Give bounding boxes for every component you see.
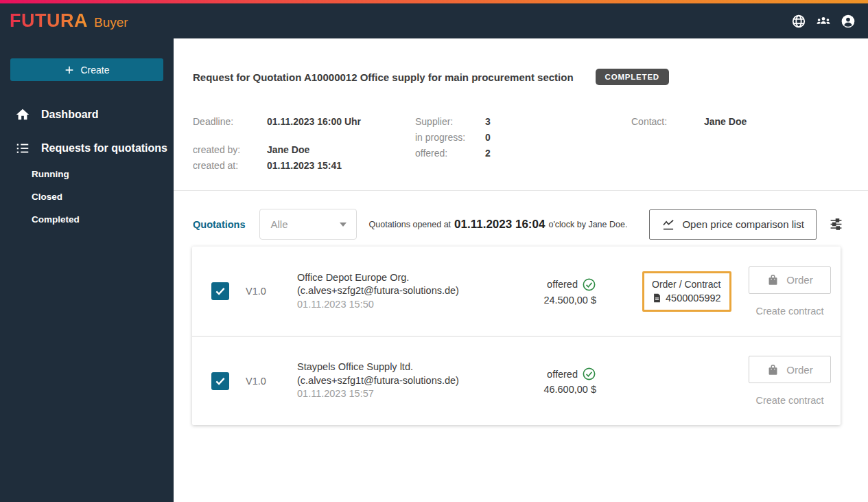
supplier-name: Staypels Office Supply ltd. — [297, 361, 537, 374]
create-button[interactable]: Create — [10, 58, 163, 81]
status-text: offered — [547, 279, 578, 290]
contact-label: Contact: — [631, 114, 704, 130]
created-by-value: Jane Doe — [267, 142, 309, 158]
create-contract-link[interactable]: Create contract — [755, 306, 823, 317]
chart-icon — [661, 218, 675, 231]
check-icon — [214, 375, 226, 387]
order-button-label: Order — [786, 364, 812, 376]
status-cell: offered 24.500,00 $ — [537, 277, 596, 306]
contract-cell: Order / Contract 4500005992 — [642, 271, 731, 312]
sidebar: Create Dashboard Requests for quotations… — [0, 38, 174, 502]
supplier-info: Staypels Office Supply ltd. (c.alves+szf… — [297, 361, 537, 401]
quotations-card: V1.0 Office Depot Europe Org. (c.alves+s… — [192, 247, 841, 425]
plus-icon — [64, 65, 75, 76]
sidebar-item-running[interactable]: Running — [0, 169, 174, 179]
logo-suffix: Buyer — [94, 12, 128, 30]
status-badge: COMPLETED — [596, 69, 669, 85]
created-at-label: created at: — [193, 158, 267, 174]
price-comparison-label: Open price comparison list — [682, 218, 804, 230]
quotation-row-2: V1.0 Staypels Office Supply ltd. (c.alve… — [192, 336, 841, 425]
open-price-comparison-button[interactable]: Open price comparison list — [649, 209, 817, 240]
version-label: V1.0 — [246, 376, 297, 387]
supplier-label: Supplier: — [415, 114, 485, 130]
order-contract-link[interactable]: 4500005992 — [652, 293, 723, 304]
futura-logo: FUTURA — [10, 10, 88, 32]
account-circle-icon[interactable] — [841, 14, 856, 29]
opened-prefix: Quotations opened at — [369, 220, 451, 229]
main-content: Request for Quotation A10000012 Office s… — [174, 38, 868, 502]
details-column-contact: Contact: Jane Doe — [631, 114, 747, 174]
status-cell: offered 46.600,00 $ — [537, 367, 596, 395]
sidebar-item-closed[interactable]: Closed — [0, 192, 174, 202]
checkbox-cell — [211, 372, 246, 390]
quotation-date: 01.11.2023 15:57 — [297, 387, 537, 401]
version-label: V1.0 — [246, 286, 297, 297]
supplier-info: Office Depot Europe Org. (c.alves+szfg2t… — [297, 271, 537, 312]
order-button[interactable]: Order — [749, 266, 831, 294]
deadline-value: 01.11.2023 16:00 Uhr — [267, 114, 361, 130]
quotation-amount: 46.600,00 $ — [543, 384, 596, 395]
offered-value: 2 — [485, 146, 491, 161]
quotations-opened-text: Quotations opened at 01.11.2023 16:04 o'… — [369, 218, 628, 231]
filter-selected-value: Alle — [271, 218, 288, 230]
supplier-email: (c.alves+szfg2t@futura-solutions.de) — [297, 284, 537, 298]
globe-icon[interactable] — [791, 14, 806, 29]
created-at-value: 01.11.2023 15:41 — [267, 158, 342, 174]
quotations-filter-select[interactable]: Alle — [259, 209, 357, 240]
filter-tune-icon[interactable] — [830, 218, 843, 231]
check-icon — [214, 285, 226, 297]
shopping-bag-icon — [766, 273, 779, 286]
opened-suffix: o'clock by Jane Doe. — [548, 220, 627, 229]
create-contract-link[interactable]: Create contract — [755, 395, 823, 406]
supplier-name: Office Depot Europe Org. — [297, 271, 537, 285]
quotations-section-label: Quotations — [193, 219, 246, 230]
shopping-bag-icon — [766, 363, 779, 376]
list-icon — [15, 141, 30, 156]
details-column-dates: Deadline: 01.11.2023 16:00 Uhr created b… — [193, 114, 415, 174]
actions-cell: Order Create contract — [749, 266, 831, 317]
document-icon — [652, 293, 662, 304]
sidebar-item-dashboard[interactable]: Dashboard — [0, 106, 174, 123]
order-button[interactable]: Order — [749, 356, 831, 383]
offered-label: offered: — [415, 146, 485, 161]
supplier-value: 3 — [485, 114, 491, 130]
quotations-toolbar: Quotations Alle Quotations opened at 01.… — [174, 191, 868, 240]
order-contract-label: Order / Contract — [652, 279, 723, 290]
title-row: Request for Quotation A10000012 Office s… — [174, 38, 868, 85]
created-by-label: created by: — [193, 142, 267, 158]
opened-datetime: 01.11.2023 16:04 — [454, 218, 545, 231]
contact-value: Jane Doe — [704, 114, 747, 130]
quotation-date: 01.11.2023 15:50 — [297, 298, 537, 312]
app-header: FUTURA Buyer — [0, 3, 868, 38]
home-icon — [15, 107, 30, 122]
order-contract-highlight-box: Order / Contract 4500005992 — [642, 271, 731, 312]
page-title: Request for Quotation A10000012 Office s… — [193, 71, 574, 83]
details-column-counts: Supplier: 3 in progress: 0 offered: 2 — [415, 114, 631, 174]
deadline-label: Deadline: — [193, 114, 267, 130]
offered-check-icon — [582, 367, 596, 381]
create-button-label: Create — [80, 65, 109, 76]
quotation-row-1: V1.0 Office Depot Europe Org. (c.alves+s… — [192, 247, 841, 336]
in-progress-label: in progress: — [415, 130, 485, 146]
row-checkbox[interactable] — [211, 372, 229, 390]
header-icons — [791, 14, 856, 29]
sidebar-item-requests-for-quotations[interactable]: Requests for quotations — [0, 140, 174, 157]
sidebar-item-completed[interactable]: Completed — [0, 214, 174, 225]
quotation-amount: 24.500,00 $ — [543, 295, 596, 306]
user-group-icon[interactable] — [816, 14, 831, 29]
order-button-label: Order — [786, 274, 812, 286]
row-checkbox[interactable] — [211, 282, 229, 300]
offered-check-icon — [582, 277, 596, 292]
details-section: Deadline: 01.11.2023 16:00 Uhr created b… — [174, 114, 868, 174]
chevron-down-icon — [340, 223, 347, 227]
sidebar-item-label: Dashboard — [41, 109, 99, 121]
actions-cell: Order Create contract — [749, 356, 831, 406]
checkbox-cell — [211, 282, 246, 300]
supplier-email: (c.alves+szfg1t@futura-solutions.de) — [297, 374, 537, 388]
sidebar-item-label: Requests for quotations — [41, 142, 167, 155]
order-contract-number: 4500005992 — [666, 293, 721, 304]
status-text: offered — [547, 369, 578, 380]
in-progress-value: 0 — [485, 130, 491, 146]
